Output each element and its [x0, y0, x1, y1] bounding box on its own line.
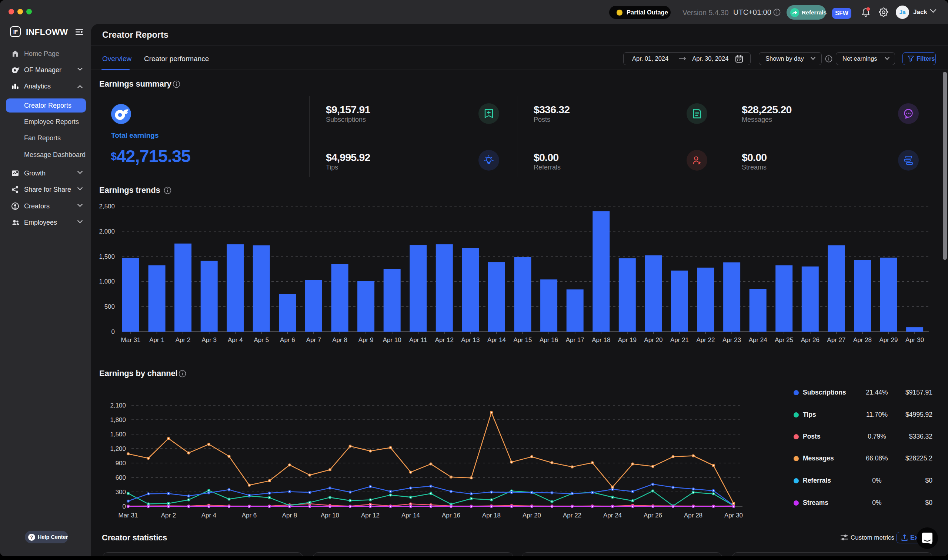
svg-text:Apr 12: Apr 12: [435, 337, 454, 343]
svg-text:Apr 2: Apr 2: [161, 512, 176, 519]
svg-text:Apr 11: Apr 11: [409, 337, 427, 343]
svg-text:Apr 14: Apr 14: [487, 337, 506, 343]
svg-text:Apr 3: Apr 3: [202, 337, 217, 343]
svg-text:Apr 29: Apr 29: [879, 337, 898, 343]
svg-text:2,500: 2,500: [99, 203, 115, 210]
svg-text:Apr 30: Apr 30: [724, 512, 743, 519]
svg-text:Apr 4: Apr 4: [202, 512, 217, 519]
svg-text:Apr 20: Apr 20: [523, 512, 541, 519]
svg-text:Apr 1: Apr 1: [149, 337, 165, 343]
svg-text:1,500: 1,500: [110, 431, 126, 438]
svg-text:300: 300: [116, 489, 126, 495]
svg-text:1,200: 1,200: [110, 445, 126, 452]
svg-text:Apr 22: Apr 22: [563, 512, 581, 519]
svg-text:Apr 10: Apr 10: [383, 337, 401, 343]
svg-text:Apr 8: Apr 8: [332, 337, 347, 343]
svg-text:Apr 2: Apr 2: [176, 337, 191, 343]
svg-text:Apr 5: Apr 5: [254, 337, 269, 343]
svg-text:Apr 25: Apr 25: [775, 337, 793, 343]
svg-text:Apr 12: Apr 12: [361, 512, 379, 519]
svg-text:Apr 9: Apr 9: [358, 337, 374, 343]
svg-text:Apr 16: Apr 16: [540, 337, 558, 343]
svg-text:Mar 31: Mar 31: [119, 512, 138, 519]
svg-text:600: 600: [116, 474, 126, 481]
svg-text:1,500: 1,500: [99, 253, 115, 260]
svg-text:1,000: 1,000: [99, 278, 115, 285]
svg-text:Apr 8: Apr 8: [282, 512, 298, 519]
svg-text:Apr 7: Apr 7: [306, 337, 321, 343]
svg-text:Apr 24: Apr 24: [749, 337, 767, 343]
svg-text:Apr 28: Apr 28: [853, 337, 872, 343]
svg-text:Apr 13: Apr 13: [461, 337, 479, 343]
svg-text:Apr 26: Apr 26: [644, 512, 662, 519]
svg-text:Apr 6: Apr 6: [280, 337, 295, 343]
svg-text:Apr 28: Apr 28: [684, 512, 703, 519]
svg-text:1,800: 1,800: [110, 416, 126, 423]
svg-text:Apr 17: Apr 17: [566, 337, 584, 343]
svg-text:Apr 18: Apr 18: [482, 512, 501, 519]
svg-text:Apr 26: Apr 26: [801, 337, 820, 343]
svg-text:Apr 4: Apr 4: [228, 337, 243, 343]
svg-text:900: 900: [116, 460, 126, 467]
svg-text:Apr 23: Apr 23: [723, 337, 741, 343]
svg-text:Apr 16: Apr 16: [442, 512, 460, 519]
svg-text:Mar 31: Mar 31: [121, 337, 141, 343]
svg-text:0: 0: [123, 503, 126, 510]
svg-text:500: 500: [105, 303, 115, 310]
svg-text:2,000: 2,000: [99, 228, 115, 235]
svg-text:Apr 6: Apr 6: [242, 512, 257, 519]
svg-text:Apr 19: Apr 19: [618, 337, 637, 343]
svg-text:Apr 18: Apr 18: [592, 337, 610, 343]
svg-text:2,100: 2,100: [110, 402, 126, 409]
svg-text:?: ?: [30, 534, 33, 540]
svg-text:Apr 14: Apr 14: [401, 512, 420, 519]
svg-text:Apr 10: Apr 10: [321, 512, 339, 519]
svg-text:Apr 20: Apr 20: [644, 337, 663, 343]
svg-text:Apr 15: Apr 15: [513, 337, 532, 343]
svg-text:0: 0: [111, 328, 115, 335]
svg-text:Apr 22: Apr 22: [696, 337, 715, 343]
svg-text:Apr 30: Apr 30: [905, 337, 924, 343]
svg-text:Apr 21: Apr 21: [670, 337, 689, 343]
svg-text:Apr 27: Apr 27: [827, 337, 845, 343]
svg-text:Apr 24: Apr 24: [603, 512, 622, 519]
